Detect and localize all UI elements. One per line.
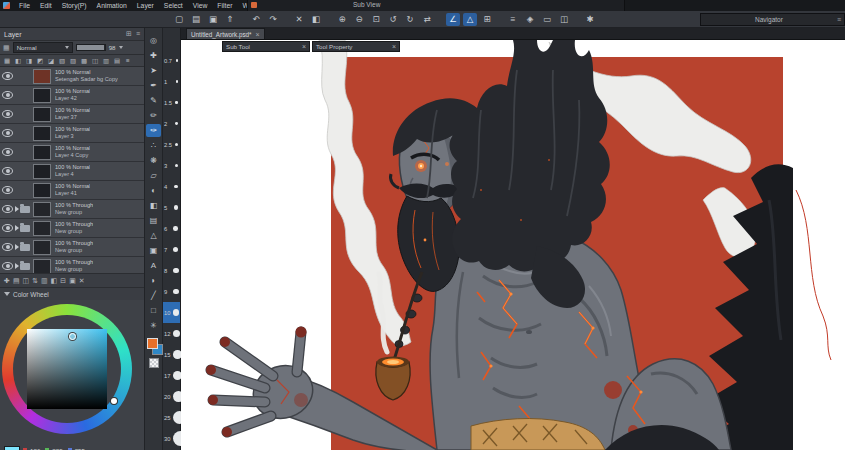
layer-visibility-eye-icon[interactable] <box>2 129 13 137</box>
layer-row[interactable]: 100 % NormalLayer 42 <box>0 86 144 105</box>
layer-visibility-eye-icon[interactable] <box>2 224 13 232</box>
lock-alpha-icon[interactable]: ◨ <box>24 57 34 65</box>
layer-row[interactable]: 100 % NormalLayer 41 <box>0 181 144 200</box>
brush-size-9[interactable]: 9 <box>163 281 180 302</box>
sv-marker[interactable] <box>69 333 76 340</box>
layer-thumbnail[interactable] <box>33 88 51 103</box>
layer-visibility-eye-icon[interactable] <box>2 91 13 99</box>
foreground-color-swatch[interactable] <box>147 338 158 349</box>
operation-tool-icon[interactable]: ➤ <box>146 64 161 77</box>
menu-icon[interactable]: ≡ <box>123 57 133 64</box>
layer-row[interactable]: 100 % ThroughNew group <box>0 219 144 238</box>
brush-size-7[interactable]: 7 <box>163 239 180 260</box>
layer-row[interactable]: 100 % NormalLayer 4 <box>0 162 144 181</box>
new-folder-icon[interactable]: ▤ <box>13 277 20 285</box>
layer-row[interactable]: 100 % ThroughNew group <box>0 238 144 257</box>
thumbnail-settings-icon[interactable]: ▦ <box>2 57 12 65</box>
snap-special-ruler-icon[interactable]: △ <box>463 13 477 26</box>
tab-close-icon[interactable]: × <box>256 31 260 38</box>
color-wheel[interactable] <box>0 300 144 445</box>
eyedropper-tool-icon[interactable]: ✒ <box>146 79 161 92</box>
tool-property-collapsed-panel[interactable]: Tool Property × <box>312 41 400 52</box>
apply-mask-icon[interactable]: ⊟ <box>60 277 66 285</box>
layer-visibility-eye-icon[interactable] <box>2 167 13 175</box>
layer-thumbnail[interactable] <box>33 259 51 274</box>
group-expand-caret-icon[interactable] <box>15 263 19 269</box>
export-icon[interactable]: ⇑ <box>223 13 237 26</box>
color-wheel-header[interactable]: Color Wheel <box>0 287 144 300</box>
blend-mode-select[interactable]: Normal <box>13 42 73 53</box>
opacity-slider[interactable] <box>76 44 106 51</box>
menu-view[interactable]: View <box>188 0 213 11</box>
brush-size-17[interactable]: 17 <box>163 365 180 386</box>
draft-icon[interactable]: ▩ <box>79 57 89 65</box>
delete-layer-icon[interactable]: ✕ <box>79 277 85 285</box>
layer-visibility-eye-icon[interactable] <box>2 186 13 194</box>
onion-skin-icon[interactable]: ◫ <box>90 57 100 65</box>
selection-launcher-icon[interactable]: ▭ <box>540 13 554 26</box>
brush-size-5[interactable]: 5 <box>163 197 180 218</box>
snap-grid-icon[interactable]: ⊞ <box>480 13 494 26</box>
layer-visibility-eye-icon[interactable] <box>2 110 13 118</box>
move-tool-icon[interactable]: ✚ <box>146 49 161 62</box>
airbrush-tool-icon[interactable]: ∴ <box>146 139 161 152</box>
transparent-color-swatch[interactable] <box>149 358 159 368</box>
mask-create-icon[interactable]: ◧ <box>51 277 58 285</box>
collapse-panel-icon[interactable]: ⊞ <box>126 30 132 38</box>
clip-to-layer-icon[interactable]: ◩ <box>35 57 45 65</box>
brush-size-1[interactable]: 1 <box>163 71 180 92</box>
rotate-left-icon[interactable]: ↺ <box>386 13 400 26</box>
layer-thumbnail[interactable] <box>33 145 51 160</box>
brush-size-1.5[interactable]: 1.5 <box>163 92 180 113</box>
menu-filter[interactable]: Filter <box>212 0 237 11</box>
brush-size-15[interactable]: 15 <box>163 344 180 365</box>
group-expand-caret-icon[interactable] <box>15 225 19 231</box>
group-expand-caret-icon[interactable] <box>15 206 19 212</box>
layer-row[interactable]: 100 % NormalLayer 4 Copy <box>0 143 144 162</box>
zoom-in-icon[interactable]: ⊕ <box>335 13 349 26</box>
menu-animation[interactable]: Animation <box>92 0 132 11</box>
layer-thumbnail[interactable] <box>33 107 51 122</box>
layer-row[interactable]: 100 % ThroughNew group <box>0 257 144 273</box>
fit-to-screen-icon[interactable]: ⊡ <box>369 13 383 26</box>
layer-visibility-eye-icon[interactable] <box>2 205 13 213</box>
brush-size-2.5[interactable]: 2.5 <box>163 134 180 155</box>
frame-tool-icon[interactable]: ▣ <box>146 244 161 257</box>
selection-tool-icon[interactable]: □ <box>146 304 161 317</box>
new-layer-icon[interactable]: ✚ <box>4 277 10 285</box>
rotate-right-icon[interactable]: ↻ <box>403 13 417 26</box>
figure-tool-icon[interactable]: △ <box>146 229 161 242</box>
brush-size-8[interactable]: 8 <box>163 260 180 281</box>
transfer-down-icon[interactable]: ⇅ <box>32 277 38 285</box>
save-icon[interactable]: ▣ <box>206 13 220 26</box>
ruler-icon[interactable]: ≡ <box>506 13 520 26</box>
brush-size-30[interactable]: 30 <box>163 428 180 449</box>
brush-tool-icon[interactable]: ✑ <box>146 124 161 137</box>
layer-color-icon[interactable]: ▨ <box>68 57 78 65</box>
layer-row[interactable]: 100 % NormalLayer 37 <box>0 105 144 124</box>
merge-down-icon[interactable]: ▥ <box>41 277 48 285</box>
brush-size-12[interactable]: 12 <box>163 323 180 344</box>
group-expand-caret-icon[interactable] <box>15 244 19 250</box>
opacity-caret-icon[interactable] <box>119 46 123 49</box>
brush-size-25[interactable]: 25 <box>163 407 180 428</box>
text-tool-icon[interactable]: A <box>146 259 161 272</box>
layer-thumbnail[interactable] <box>33 164 51 179</box>
pencil-tool-icon[interactable]: ✏ <box>146 109 161 122</box>
fill-tool-icon[interactable]: ◧ <box>146 199 161 212</box>
gradient-tool-icon[interactable]: ▤ <box>146 214 161 227</box>
subtool-close-icon[interactable]: × <box>302 43 306 50</box>
layer-visibility-eye-icon[interactable] <box>2 72 13 80</box>
hue-marker[interactable] <box>111 398 117 404</box>
snapshot-icon[interactable]: ▣ <box>69 277 76 285</box>
fill-icon[interactable]: ◧ <box>309 13 323 26</box>
menu-storyp[interactable]: Story(P) <box>57 0 92 11</box>
brush-size-6[interactable]: 6 <box>163 218 180 239</box>
navigator-collapsed-panel[interactable]: Navigator ≡ <box>700 13 845 26</box>
snap-ruler-icon[interactable]: ∠ <box>446 13 460 26</box>
auto-select-tool-icon[interactable]: ✳ <box>146 319 161 332</box>
menu-layer[interactable]: Layer <box>132 0 159 11</box>
delete-icon[interactable]: ✕ <box>292 13 306 26</box>
layer-row[interactable]: 100 % ThroughNew group <box>0 200 144 219</box>
menu-select[interactable]: Select <box>159 0 188 11</box>
